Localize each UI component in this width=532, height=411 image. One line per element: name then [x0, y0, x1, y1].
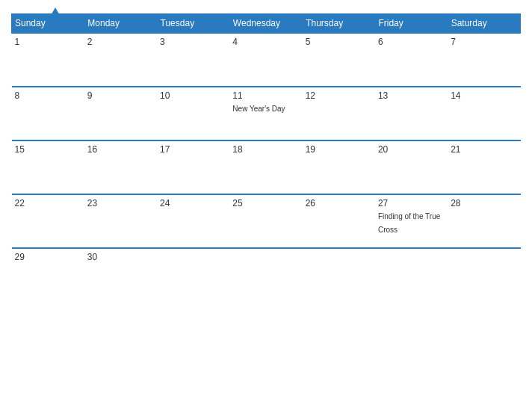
calendar-cell: 10: [157, 87, 229, 140]
calendar-cell: 20: [375, 140, 448, 194]
day-number: 7: [451, 37, 517, 47]
day-number: 14: [451, 90, 517, 101]
day-number: 18: [232, 144, 299, 155]
calendar-cell: 14: [448, 87, 520, 140]
calendar-cell: 8: [12, 87, 84, 140]
event-label: Finding of the True Cross: [378, 212, 440, 234]
day-number: 23: [87, 198, 154, 208]
calendar-table: Sunday Monday Tuesday Wednesday Thursday…: [11, 13, 521, 302]
calendar-cell: 22: [12, 194, 84, 248]
day-number: 29: [15, 252, 81, 262]
calendar-week-row: 2930: [12, 248, 521, 302]
day-number: 21: [451, 144, 517, 155]
calendar-cell: 27Finding of the True Cross: [375, 194, 448, 248]
day-number: 26: [306, 198, 372, 208]
calendar-cell: 17: [157, 140, 229, 194]
day-number: 19: [306, 144, 372, 155]
calendar-cell: 7: [448, 33, 520, 87]
day-number: 8: [15, 90, 81, 101]
col-thursday: Thursday: [303, 14, 375, 34]
calendar-cell: 16: [84, 140, 157, 194]
calendar-cell: 21: [448, 140, 520, 194]
event-label: New Year's Day: [232, 105, 285, 113]
page: Sunday Monday Tuesday Wednesday Thursday…: [0, 0, 532, 411]
day-number: 4: [232, 37, 299, 47]
day-number: 12: [306, 90, 372, 101]
calendar-cell: [448, 248, 520, 302]
calendar-cell: 12: [303, 87, 375, 140]
day-number: 24: [160, 198, 226, 208]
calendar-cell: 19: [303, 140, 375, 194]
calendar-cell: 5: [303, 33, 375, 87]
day-number: 17: [160, 144, 226, 155]
day-number: 22: [15, 198, 81, 208]
day-number: 11: [232, 90, 299, 101]
day-number: 3: [160, 37, 226, 47]
day-number: 25: [232, 198, 299, 208]
calendar-cell: 15: [12, 140, 84, 194]
calendar-cell: 26: [303, 194, 375, 248]
col-tuesday: Tuesday: [157, 14, 229, 34]
calendar-cell: 13: [375, 87, 448, 140]
col-sunday: Sunday: [12, 14, 84, 34]
col-saturday: Saturday: [448, 14, 520, 34]
calendar-cell: 4: [229, 33, 302, 87]
day-number: 16: [87, 144, 154, 155]
calendar-cell: 11New Year's Day: [229, 87, 302, 140]
day-number: 10: [160, 90, 226, 101]
day-number: 15: [15, 144, 81, 155]
calendar-cell: 9: [84, 87, 157, 140]
day-number: 5: [306, 37, 372, 47]
day-number: 30: [87, 252, 154, 262]
calendar-cell: 25: [229, 194, 302, 248]
day-number: 27: [378, 198, 445, 208]
calendar-cell: [157, 248, 229, 302]
calendar-cell: [303, 248, 375, 302]
logo-triangle-icon: [50, 7, 61, 16]
calendar-cell: 6: [375, 33, 448, 87]
day-number: 28: [451, 198, 517, 208]
calendar-cell: 24: [157, 194, 229, 248]
calendar-header-row: Sunday Monday Tuesday Wednesday Thursday…: [12, 14, 521, 34]
calendar-cell: 29: [12, 248, 84, 302]
calendar-cell: [229, 248, 302, 302]
calendar-cell: 28: [448, 194, 520, 248]
day-number: 2: [87, 37, 154, 47]
day-number: 20: [378, 144, 445, 155]
calendar-cell: 3: [157, 33, 229, 87]
calendar-cell: [375, 248, 448, 302]
calendar-cell: 23: [84, 194, 157, 248]
col-friday: Friday: [375, 14, 448, 34]
calendar-cell: 18: [229, 140, 302, 194]
day-number: 1: [15, 37, 81, 47]
calendar-week-row: 222324252627Finding of the True Cross28: [12, 194, 521, 248]
calendar-week-row: 891011New Year's Day121314: [12, 87, 521, 140]
col-wednesday: Wednesday: [229, 14, 302, 34]
day-number: 9: [87, 90, 154, 101]
day-number: 6: [378, 37, 445, 47]
day-number: 13: [378, 90, 445, 101]
calendar-cell: 30: [84, 248, 157, 302]
calendar-cell: 1: [12, 33, 84, 87]
calendar-week-row: 1234567: [12, 33, 521, 87]
calendar-cell: 2: [84, 33, 157, 87]
col-monday: Monday: [84, 14, 157, 34]
calendar-week-row: 15161718192021: [12, 140, 521, 194]
